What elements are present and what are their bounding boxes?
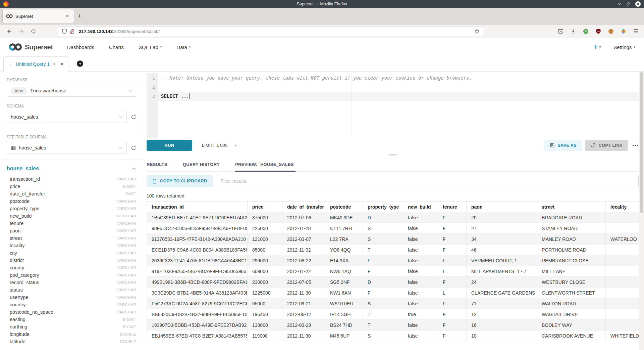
results-header-cell[interactable]: property_type (363, 202, 403, 212)
ublock-extension-icon[interactable]: uB (596, 29, 601, 34)
results-header-cell[interactable]: street (537, 202, 606, 212)
pane-resize-handle-icon[interactable] (389, 154, 397, 157)
nav-item-label: Data (176, 44, 187, 50)
table-cell: IP14 5GH (325, 309, 363, 320)
save-icon (550, 143, 555, 148)
schema-select[interactable]: house_sales (7, 111, 127, 123)
table-cell: false (403, 245, 438, 255)
divider (0, 129, 143, 129)
copy-to-clipboard-button[interactable]: COPY TO CLIPBOARD (147, 175, 213, 187)
editor-gutter: 1 2 3 (147, 73, 158, 138)
refresh-schema-icon[interactable] (131, 114, 136, 120)
results-header-cell[interactable]: locality (606, 202, 639, 212)
table-cell: 609000 (248, 266, 282, 277)
table-cell: BRADGATE ROAD (537, 212, 606, 223)
column-name: date_of_transfer (10, 191, 45, 196)
table-cell: false (403, 298, 438, 309)
reload-icon[interactable] (31, 29, 36, 34)
table-grid-icon (11, 145, 16, 150)
sql-rest: ... (178, 93, 190, 99)
table-cell: 121000 (248, 234, 282, 245)
tab-close-icon[interactable]: ✕ (64, 13, 70, 19)
superset-brand[interactable]: Superset (9, 43, 53, 51)
editor-code-area[interactable]: -- Note: Unless you save your query, the… (158, 73, 639, 138)
mullvad-extension-icon[interactable] (583, 29, 589, 34)
window-maximize-icon[interactable] (626, 2, 631, 6)
query-tab-active[interactable]: ⋮ Untitled Query 1 ✕ (3, 56, 68, 72)
table-cell: 91370533-19F5-47FE-B142-A380A8ADA210 (147, 234, 248, 245)
drag-handle-icon[interactable]: ⋮ (8, 61, 13, 67)
results-header-cell[interactable]: new_build (403, 202, 438, 212)
save-as-button[interactable]: SAVE AS (544, 140, 582, 151)
collapse-chevron-up-icon[interactable] (132, 167, 136, 170)
line-number: 1 (147, 74, 155, 83)
nav-item-sql-lab[interactable]: SQL Lab▾ (139, 44, 162, 50)
scrollbar-track[interactable] (639, 72, 644, 350)
download-icon[interactable] (571, 29, 576, 34)
results-header-cell[interactable]: date_of_transfer (282, 202, 325, 212)
superset-favicon (6, 14, 13, 18)
filter-results-input[interactable] (216, 175, 639, 187)
result-tab-preview-house-sales[interactable]: PREVIEW: `HOUSE_SALES` (235, 157, 296, 171)
window-minimize-icon[interactable] (618, 3, 622, 5)
query-tab-strip: ⋮ Untitled Query 1 ✕ + (0, 56, 644, 72)
result-tab-query-history[interactable]: QUERY HISTORY (183, 157, 220, 171)
results-header-cell[interactable]: price (248, 202, 282, 212)
scrollbar-thumb[interactable] (640, 72, 643, 213)
table-cell: 71 (467, 298, 537, 309)
table-schema-select[interactable]: house_sales (7, 142, 127, 154)
column-name: district (10, 258, 24, 263)
table-cell: D (363, 212, 403, 223)
limit-dropdown[interactable]: LIMIT: 1 000 ▾ (202, 143, 236, 148)
chevron-down-icon: ▾ (634, 45, 635, 49)
schema-column-row: districtVARCHAR (7, 257, 136, 264)
table-cell: 46 (467, 245, 537, 255)
settings-label: Settings (613, 44, 632, 50)
results-header-cell[interactable]: postcode (325, 202, 363, 212)
more-options-icon[interactable]: ••• (632, 142, 639, 148)
chevron-down-icon: ▾ (599, 45, 601, 49)
add-new-button[interactable]: +▾ (594, 43, 601, 51)
chevron-down-icon: ▾ (189, 45, 191, 49)
results-header-cell[interactable]: transaction_id (147, 202, 248, 212)
shield-icon[interactable] (62, 29, 67, 34)
column-type: VARCHAR (117, 251, 136, 255)
cookie-extension-icon[interactable] (608, 29, 614, 34)
table-cell: EB1459EB-67ED-47C8-B2E7-A38143AB5575 (147, 331, 248, 341)
menu-hamburger-icon[interactable] (633, 29, 639, 34)
nav-item-dashboards[interactable]: Dashboards (67, 44, 94, 50)
browser-tabbar: Superset ✕ + (0, 8, 644, 24)
new-tab-button[interactable]: + (74, 12, 86, 20)
container-extension-icon[interactable] (621, 29, 626, 34)
pocket-icon[interactable] (558, 29, 564, 34)
run-button[interactable]: RUN (147, 140, 192, 151)
results-header-cell[interactable]: paon (467, 202, 537, 212)
back-icon[interactable] (7, 29, 12, 34)
table-cell: 2012-03-28 (282, 320, 325, 331)
copy-link-button[interactable]: COPY LINK (585, 140, 628, 151)
table-cell: S (363, 223, 403, 234)
bookmark-star-icon[interactable] (474, 29, 480, 34)
url-field[interactable]: 217.160.120.143:32393/superset/sqllab/ (58, 26, 483, 36)
nav-item-data[interactable]: Data▾ (176, 44, 191, 50)
query-tab-close-icon[interactable]: ✕ (60, 62, 63, 67)
add-query-tab-button[interactable]: + (77, 60, 83, 67)
window-close-icon[interactable]: ✕ (635, 1, 641, 7)
nav-item-charts[interactable]: Charts (109, 44, 124, 50)
results-header-cell[interactable]: tenure (438, 202, 467, 212)
refresh-table-icon[interactable] (131, 145, 136, 150)
table-cell: WHITEFIELD (606, 331, 639, 341)
sql-editor[interactable]: 1 2 3 -- Note: Unless you save your quer… (147, 73, 639, 138)
lock-insecure-icon[interactable] (70, 29, 75, 34)
database-select[interactable]: trino Trino warehouse (7, 85, 136, 97)
column-name: property_type (10, 206, 40, 211)
table-cell (606, 266, 639, 277)
copy-link-label: COPY LINK (599, 143, 623, 148)
sql-select-line: SELECT ... (161, 92, 639, 101)
browser-tab-superset[interactable]: Superset ✕ (3, 9, 74, 23)
settings-menu[interactable]: Settings▾ (613, 44, 635, 50)
table-cell: BODLEY WAY (537, 320, 606, 331)
forward-icon[interactable] (19, 29, 24, 34)
table-name-heading[interactable]: house_sales (7, 166, 39, 172)
result-tab-results[interactable]: RESULTS (147, 157, 167, 171)
